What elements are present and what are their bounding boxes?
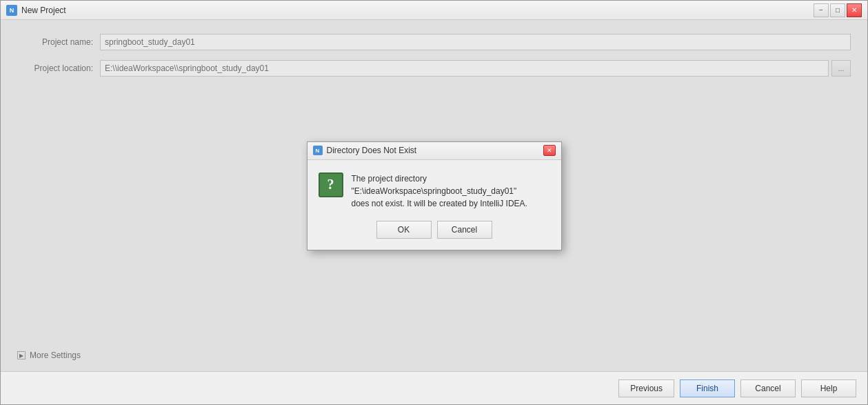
help-button[interactable]: Help: [801, 379, 856, 397]
window-title: New Project: [21, 6, 814, 15]
modal-overlay: N Directory Does Not Exist ✕ ? The proje…: [1, 20, 867, 371]
dialog-directory-not-exist: N Directory Does Not Exist ✕ ? The proje…: [307, 141, 562, 250]
minimize-button[interactable]: −: [814, 3, 829, 17]
maximize-button[interactable]: □: [830, 3, 845, 17]
dialog-icon: N: [313, 146, 323, 155]
title-bar: N New Project − □ ✕: [1, 1, 867, 20]
question-icon: ?: [319, 172, 343, 197]
dialog-close-button[interactable]: ✕: [543, 145, 556, 156]
dialog-message: The project directory "E:\ideaWorkspace\…: [352, 172, 527, 210]
dialog-ok-button[interactable]: OK: [376, 221, 432, 239]
dialog-message-line1: The project directory: [352, 174, 427, 184]
bottom-bar: Previous Finish Cancel Help: [1, 371, 867, 404]
dialog-message-line3: does not exist. It will be created by In…: [352, 199, 527, 208]
main-content: Project name: Project location: ... ▶ Mo…: [1, 20, 867, 371]
finish-button[interactable]: Finish: [680, 379, 735, 397]
dialog-message-line2: "E:\ideaWorkspace\springboot_study_day01…: [352, 186, 517, 196]
previous-button[interactable]: Previous: [618, 379, 674, 397]
close-button[interactable]: ✕: [847, 3, 862, 17]
dialog-body: ? The project directory "E:\ideaWorkspac…: [307, 160, 561, 221]
cancel-button[interactable]: Cancel: [740, 379, 796, 397]
main-window: N New Project − □ ✕ Project name: Projec…: [0, 0, 868, 405]
dialog-titlebar: N Directory Does Not Exist ✕: [307, 142, 561, 160]
dialog-title: Directory Does Not Exist: [327, 146, 543, 155]
dialog-icon-area: ?: [319, 172, 343, 210]
dialog-buttons: OK Cancel: [307, 221, 561, 250]
window-icon: N: [6, 5, 17, 16]
window-controls: − □ ✕: [814, 3, 862, 17]
dialog-cancel-button[interactable]: Cancel: [437, 221, 492, 239]
